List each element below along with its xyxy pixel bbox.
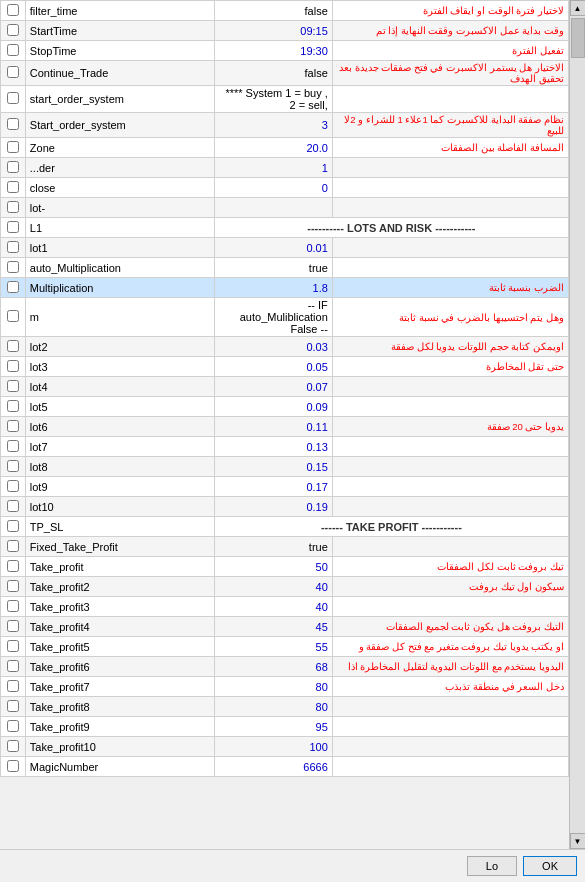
row-checkbox-cell — [1, 577, 26, 597]
row-checkbox[interactable] — [7, 360, 19, 372]
row-checkbox[interactable] — [7, 310, 19, 322]
table-row: Fixed_Take_Profittrue — [1, 537, 569, 557]
row-comment: سيكون اول تيك بروفت — [332, 577, 568, 597]
row-checkbox[interactable] — [7, 600, 19, 612]
table-row: Multiplication1.8الضرب بنسبة ثابتة — [1, 278, 569, 298]
row-checkbox-cell — [1, 617, 26, 637]
table-row: StartTime09:15وقت بداية عمل الاكسبرت وقق… — [1, 21, 569, 41]
row-checkbox[interactable] — [7, 340, 19, 352]
row-checkbox[interactable] — [7, 261, 19, 273]
row-comment — [332, 717, 568, 737]
row-param-value: ------ TAKE PROFIT ----------- — [214, 517, 568, 537]
row-param-name: Take_profit10 — [25, 737, 214, 757]
table-row: Take_profit780دخل السعر في منطقة تذبذب — [1, 677, 569, 697]
row-checkbox[interactable] — [7, 201, 19, 213]
row-param-name: L1 — [25, 218, 214, 238]
row-param-value: 40 — [214, 597, 332, 617]
row-checkbox[interactable] — [7, 660, 19, 672]
row-param-name: lot9 — [25, 477, 214, 497]
row-param-value: true — [214, 537, 332, 557]
row-checkbox-cell — [1, 697, 26, 717]
row-comment: لاختيار فترة الوقت او ايقاف الفترة — [332, 1, 568, 21]
row-param-name: Take_profit7 — [25, 677, 214, 697]
row-checkbox[interactable] — [7, 740, 19, 752]
row-param-name: Start_order_system — [25, 113, 214, 138]
row-checkbox[interactable] — [7, 44, 19, 56]
row-param-value: false — [214, 61, 332, 86]
row-checkbox-cell — [1, 717, 26, 737]
row-checkbox[interactable] — [7, 181, 19, 193]
scrollbar-vertical[interactable]: ▲ ▼ — [569, 0, 585, 849]
row-comment — [332, 477, 568, 497]
row-checkbox[interactable] — [7, 92, 19, 104]
row-param-value: 0.17 — [214, 477, 332, 497]
table-row: lot40.07 — [1, 377, 569, 397]
row-checkbox[interactable] — [7, 440, 19, 452]
row-param-value: 40 — [214, 577, 332, 597]
table-row: Take_profit240سيكون اول تيك بروفت — [1, 577, 569, 597]
row-param-value: 0.11 — [214, 417, 332, 437]
table-row: MagicNumber6666 — [1, 757, 569, 777]
row-checkbox[interactable] — [7, 640, 19, 652]
row-checkbox[interactable] — [7, 141, 19, 153]
row-checkbox-cell — [1, 677, 26, 697]
row-checkbox[interactable] — [7, 680, 19, 692]
row-checkbox-cell — [1, 537, 26, 557]
row-checkbox[interactable] — [7, 500, 19, 512]
row-checkbox[interactable] — [7, 620, 19, 632]
row-checkbox[interactable] — [7, 720, 19, 732]
scroll-down-arrow[interactable]: ▼ — [570, 833, 586, 849]
row-comment — [332, 158, 568, 178]
row-param-value: 0.05 — [214, 357, 332, 377]
ok-button[interactable]: OK — [523, 856, 577, 876]
row-checkbox[interactable] — [7, 760, 19, 772]
table-row: lot- — [1, 198, 569, 218]
row-checkbox[interactable] — [7, 540, 19, 552]
row-checkbox[interactable] — [7, 400, 19, 412]
row-checkbox[interactable] — [7, 241, 19, 253]
row-checkbox[interactable] — [7, 24, 19, 36]
row-param-value: 0.01 — [214, 238, 332, 258]
row-comment: او يكتب يدويا تيك بروفت متغير مع فتح كل … — [332, 637, 568, 657]
row-checkbox[interactable] — [7, 480, 19, 492]
lo-button[interactable]: Lo — [467, 856, 517, 876]
row-param-value — [214, 198, 332, 218]
row-comment: التيك بروفت هل يكون ثابت لجميع الصفقات — [332, 617, 568, 637]
row-checkbox[interactable] — [7, 281, 19, 293]
row-param-value: 95 — [214, 717, 332, 737]
row-checkbox-cell — [1, 517, 26, 537]
row-checkbox[interactable] — [7, 66, 19, 78]
row-param-value: 20.0 — [214, 138, 332, 158]
table-row: lot80.15 — [1, 457, 569, 477]
table-row: Take_profit445التيك بروفت هل يكون ثابت ل… — [1, 617, 569, 637]
row-param-value: 0.13 — [214, 437, 332, 457]
row-checkbox[interactable] — [7, 460, 19, 472]
row-param-value: 55 — [214, 637, 332, 657]
row-param-value: 0.03 — [214, 337, 332, 357]
scroll-thumb[interactable] — [571, 18, 585, 58]
row-checkbox[interactable] — [7, 221, 19, 233]
table-row: Take_profit10100 — [1, 737, 569, 757]
row-checkbox[interactable] — [7, 420, 19, 432]
row-checkbox[interactable] — [7, 700, 19, 712]
row-param-value: 0.15 — [214, 457, 332, 477]
row-checkbox[interactable] — [7, 118, 19, 130]
param-table: filter_timefalseلاختيار فترة الوقت او اي… — [0, 0, 569, 777]
table-row: start_order_system**** System 1 = buy , … — [1, 86, 569, 113]
row-checkbox[interactable] — [7, 380, 19, 392]
table-row: L1---------- LOTS AND RISK ----------- — [1, 218, 569, 238]
row-checkbox-cell — [1, 138, 26, 158]
row-comment: نظام صفقة البداية للاكسبرت كما 1علاء 1 ل… — [332, 113, 568, 138]
row-checkbox[interactable] — [7, 161, 19, 173]
scroll-up-arrow[interactable]: ▲ — [570, 0, 586, 16]
row-checkbox-cell — [1, 397, 26, 417]
row-param-value: 09:15 — [214, 21, 332, 41]
row-comment: اويمكن كتابة حجم اللوتات يدويا لكل صفقة — [332, 337, 568, 357]
row-param-name: Fixed_Take_Profit — [25, 537, 214, 557]
row-param-value: 80 — [214, 677, 332, 697]
row-checkbox[interactable] — [7, 580, 19, 592]
row-checkbox[interactable] — [7, 4, 19, 16]
row-checkbox[interactable] — [7, 560, 19, 572]
row-comment — [332, 377, 568, 397]
row-checkbox[interactable] — [7, 520, 19, 532]
